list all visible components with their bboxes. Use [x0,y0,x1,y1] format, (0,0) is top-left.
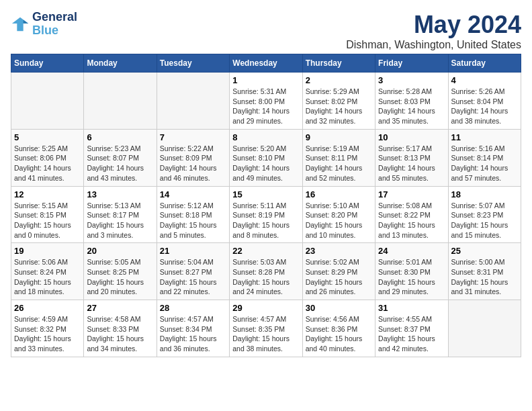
day-number: 12 [14,189,81,199]
calendar-cell: 27Sunrise: 4:58 AM Sunset: 8:33 PM Dayli… [84,300,157,357]
day-number: 14 [160,189,226,199]
day-info: Sunrise: 5:11 AM Sunset: 8:19 PM Dayligh… [232,201,299,240]
weekday-header: Tuesday [157,54,229,73]
calendar-cell: 3Sunrise: 5:28 AM Sunset: 8:03 PM Daylig… [375,73,448,130]
day-number: 22 [232,246,299,256]
day-number: 17 [378,189,445,199]
day-number: 19 [14,246,81,256]
calendar-cell: 26Sunrise: 4:59 AM Sunset: 8:32 PM Dayli… [11,300,84,357]
day-info: Sunrise: 5:23 AM Sunset: 8:07 PM Dayligh… [87,144,153,183]
day-number: 16 [306,189,372,199]
day-info: Sunrise: 4:57 AM Sunset: 8:35 PM Dayligh… [232,314,299,354]
day-info: Sunrise: 5:19 AM Sunset: 8:11 PM Dayligh… [306,144,372,183]
calendar-cell: 16Sunrise: 5:10 AM Sunset: 8:20 PM Dayli… [302,186,375,243]
calendar-cell: 15Sunrise: 5:11 AM Sunset: 8:19 PM Dayli… [230,186,302,243]
calendar-table: SundayMondayTuesdayWednesdayThursdayFrid… [11,54,521,357]
day-info: Sunrise: 5:17 AM Sunset: 8:13 PM Dayligh… [378,144,445,183]
day-number: 4 [451,75,518,85]
day-info: Sunrise: 5:29 AM Sunset: 8:02 PM Dayligh… [306,87,372,126]
weekday-header: Sunday [11,54,84,73]
logo-text: General Blue [32,11,77,38]
day-number: 11 [451,132,518,142]
calendar-cell: 29Sunrise: 4:57 AM Sunset: 8:35 PM Dayli… [230,300,302,357]
day-number: 20 [87,246,153,256]
calendar-cell: 2Sunrise: 5:29 AM Sunset: 8:02 PM Daylig… [302,73,375,130]
calendar-cell: 10Sunrise: 5:17 AM Sunset: 8:13 PM Dayli… [375,129,448,186]
calendar-cell [157,73,229,130]
day-info: Sunrise: 5:10 AM Sunset: 8:20 PM Dayligh… [306,201,372,240]
location-title: Dishman, Washington, United States [346,39,521,51]
page-header: General Blue May 2024 Dishman, Washingto… [11,11,521,51]
day-number: 10 [378,132,445,142]
day-number: 15 [232,189,299,199]
calendar-week-row: 1Sunrise: 5:31 AM Sunset: 8:00 PM Daylig… [11,73,521,130]
calendar-week-row: 12Sunrise: 5:15 AM Sunset: 8:15 PM Dayli… [11,186,521,243]
day-info: Sunrise: 5:06 AM Sunset: 8:24 PM Dayligh… [14,257,81,297]
day-number: 29 [232,303,299,313]
day-number: 21 [160,246,226,256]
weekday-header: Thursday [302,54,375,73]
calendar-cell: 17Sunrise: 5:08 AM Sunset: 8:22 PM Dayli… [375,186,448,243]
day-info: Sunrise: 5:20 AM Sunset: 8:10 PM Dayligh… [232,144,299,183]
day-info: Sunrise: 5:26 AM Sunset: 8:04 PM Dayligh… [451,87,518,126]
calendar-cell: 4Sunrise: 5:26 AM Sunset: 8:04 PM Daylig… [448,73,521,130]
day-number: 23 [306,246,372,256]
calendar-cell: 20Sunrise: 5:05 AM Sunset: 8:25 PM Dayli… [84,243,157,300]
calendar-week-row: 5Sunrise: 5:25 AM Sunset: 8:06 PM Daylig… [11,129,521,186]
weekday-header: Friday [375,54,448,73]
day-info: Sunrise: 5:15 AM Sunset: 8:15 PM Dayligh… [14,201,81,240]
day-number: 3 [378,75,445,85]
day-number: 24 [378,246,445,256]
weekday-header: Wednesday [230,54,302,73]
day-number: 30 [306,303,372,313]
day-number: 2 [306,75,372,85]
day-number: 27 [87,303,153,313]
weekday-header: Monday [84,54,157,73]
day-number: 9 [306,132,372,142]
calendar-cell: 6Sunrise: 5:23 AM Sunset: 8:07 PM Daylig… [84,129,157,186]
day-number: 26 [14,303,81,313]
calendar-cell: 11Sunrise: 5:16 AM Sunset: 8:14 PM Dayli… [448,129,521,186]
calendar-cell: 23Sunrise: 5:02 AM Sunset: 8:29 PM Dayli… [302,243,375,300]
calendar-cell: 31Sunrise: 4:55 AM Sunset: 8:37 PM Dayli… [375,300,448,357]
weekday-header-row: SundayMondayTuesdayWednesdayThursdayFrid… [11,54,521,73]
day-info: Sunrise: 5:22 AM Sunset: 8:09 PM Dayligh… [160,144,226,183]
calendar-cell: 18Sunrise: 5:07 AM Sunset: 8:23 PM Dayli… [448,186,521,243]
month-title: May 2024 [346,11,521,39]
calendar-cell: 13Sunrise: 5:13 AM Sunset: 8:17 PM Dayli… [84,186,157,243]
calendar-cell: 7Sunrise: 5:22 AM Sunset: 8:09 PM Daylig… [157,129,229,186]
calendar-cell [448,300,521,357]
day-number: 8 [232,132,299,142]
svg-marker-0 [12,17,28,32]
logo: General Blue [11,11,77,38]
calendar-cell: 12Sunrise: 5:15 AM Sunset: 8:15 PM Dayli… [11,186,84,243]
title-block: May 2024 Dishman, Washington, United Sta… [346,11,521,51]
day-number: 1 [232,75,299,85]
calendar-cell: 30Sunrise: 4:56 AM Sunset: 8:36 PM Dayli… [302,300,375,357]
day-number: 7 [160,132,226,142]
calendar-week-row: 26Sunrise: 4:59 AM Sunset: 8:32 PM Dayli… [11,300,521,357]
day-number: 31 [378,303,445,313]
day-info: Sunrise: 5:07 AM Sunset: 8:23 PM Dayligh… [451,201,518,240]
day-info: Sunrise: 5:25 AM Sunset: 8:06 PM Dayligh… [14,144,81,183]
day-info: Sunrise: 5:12 AM Sunset: 8:18 PM Dayligh… [160,201,226,240]
day-info: Sunrise: 5:13 AM Sunset: 8:17 PM Dayligh… [87,201,153,240]
day-info: Sunrise: 5:08 AM Sunset: 8:22 PM Dayligh… [378,201,445,240]
day-info: Sunrise: 5:01 AM Sunset: 8:30 PM Dayligh… [378,257,445,297]
day-info: Sunrise: 4:59 AM Sunset: 8:32 PM Dayligh… [14,314,81,354]
day-info: Sunrise: 5:02 AM Sunset: 8:29 PM Dayligh… [306,257,372,297]
calendar-cell: 8Sunrise: 5:20 AM Sunset: 8:10 PM Daylig… [230,129,302,186]
day-info: Sunrise: 5:04 AM Sunset: 8:27 PM Dayligh… [160,257,226,297]
logo-icon [11,15,30,34]
calendar-cell: 5Sunrise: 5:25 AM Sunset: 8:06 PM Daylig… [11,129,84,186]
calendar-cell: 24Sunrise: 5:01 AM Sunset: 8:30 PM Dayli… [375,243,448,300]
calendar-cell: 22Sunrise: 5:03 AM Sunset: 8:28 PM Dayli… [230,243,302,300]
weekday-header: Saturday [448,54,521,73]
day-info: Sunrise: 5:28 AM Sunset: 8:03 PM Dayligh… [378,87,445,126]
day-info: Sunrise: 5:16 AM Sunset: 8:14 PM Dayligh… [451,144,518,183]
day-number: 25 [451,246,518,256]
calendar-cell: 1Sunrise: 5:31 AM Sunset: 8:00 PM Daylig… [230,73,302,130]
day-info: Sunrise: 4:58 AM Sunset: 8:33 PM Dayligh… [87,314,153,354]
day-number: 6 [87,132,153,142]
day-info: Sunrise: 4:55 AM Sunset: 8:37 PM Dayligh… [378,314,445,354]
